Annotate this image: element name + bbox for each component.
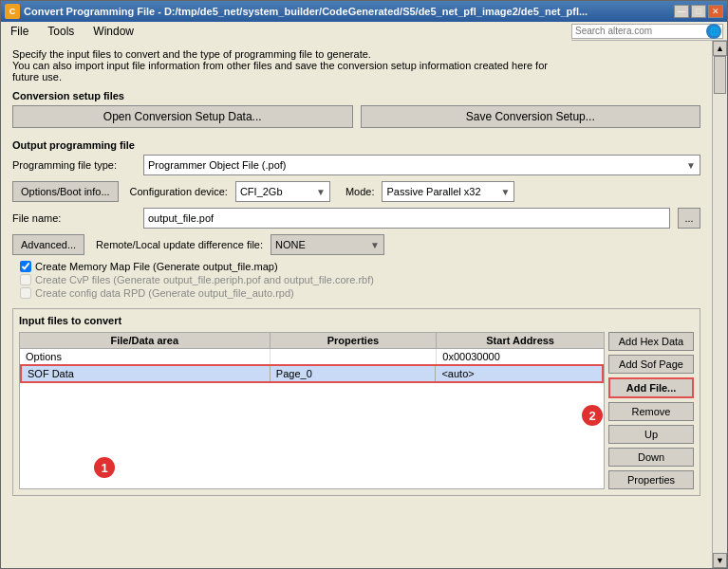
window-icon: C xyxy=(5,4,20,19)
conversion-setup-buttons: Open Conversion Setup Data... Save Conve… xyxy=(12,105,700,128)
checkbox-memory-map: Create Memory Map File (Generate output_… xyxy=(12,261,700,272)
badge-1: 1 xyxy=(94,457,115,478)
input-files-label: Input files to convert xyxy=(19,315,694,326)
cvp-label: Create CvP files (Generate output_file.p… xyxy=(35,274,374,285)
conversion-setup-label: Conversion setup files xyxy=(12,90,700,101)
config-data-checkbox[interactable] xyxy=(20,287,31,299)
badge-2: 2 xyxy=(582,405,603,426)
menu-file[interactable]: File xyxy=(5,23,34,40)
remote-update-dropdown[interactable]: NONE ▼ xyxy=(271,234,384,255)
config-device-label: Configuration device: xyxy=(130,186,228,197)
scroll-down-button[interactable]: ▼ xyxy=(713,553,727,568)
options-address-cell: 0x00030000 xyxy=(437,349,604,364)
col-file: File/Data area xyxy=(20,333,271,348)
memory-map-checkbox[interactable] xyxy=(20,261,31,272)
title-bar-left: C Convert Programming File - D:/tmp/de5_… xyxy=(5,4,588,19)
checkbox-cvp: Create CvP files (Generate output_file.p… xyxy=(12,274,700,285)
scroll-track xyxy=(713,56,727,553)
programming-type-row: Programming file type: Programmer Object… xyxy=(12,155,700,175)
options-properties-cell xyxy=(271,349,438,364)
output-section: Output programming file Programming file… xyxy=(12,139,700,301)
search-input[interactable] xyxy=(572,26,706,36)
advanced-row: Advanced... Remote/Local update differen… xyxy=(12,234,700,255)
minimize-button[interactable]: — xyxy=(674,5,689,18)
main-window: C Convert Programming File - D:/tmp/de5_… xyxy=(0,0,728,569)
input-files-section: Input files to convert File/Data area Pr… xyxy=(12,308,700,496)
window-title: Convert Programming File - D:/tmp/de5_ne… xyxy=(24,6,588,17)
remote-update-arrow: ▼ xyxy=(370,240,380,250)
programming-type-arrow: ▼ xyxy=(686,160,696,171)
options-boot-button[interactable]: Options/Boot info... xyxy=(12,181,119,202)
add-file-button[interactable]: Add File... xyxy=(608,377,694,398)
filename-row: File name: ... xyxy=(12,208,700,229)
filename-label: File name: xyxy=(12,212,136,224)
remove-button[interactable]: Remove xyxy=(608,402,694,421)
col-properties: Properties xyxy=(271,333,438,348)
maximize-button[interactable]: □ xyxy=(691,5,706,18)
filename-browse-button[interactable]: ... xyxy=(678,208,700,229)
config-device-value: CFI_2Gb xyxy=(240,186,283,197)
table-row-sof[interactable]: SOF Data Page_0 <auto> xyxy=(20,364,604,383)
mode-dropdown[interactable]: Passive Parallel x32 ▼ xyxy=(382,181,514,202)
config-device-arrow: ▼ xyxy=(316,187,326,197)
scroll-thumb[interactable] xyxy=(714,56,726,94)
mode-value: Passive Parallel x32 xyxy=(386,186,480,197)
menu-window[interactable]: Window xyxy=(87,23,140,40)
search-globe-icon: 🌐 xyxy=(706,24,721,39)
intro-text: Specify the input files to convert and t… xyxy=(12,48,700,83)
conversion-setup-section: Conversion setup files Open Conversion S… xyxy=(12,90,700,132)
sof-address-cell: <auto> xyxy=(436,366,602,381)
title-bar: C Convert Programming File - D:/tmp/de5_… xyxy=(1,1,727,22)
output-label: Output programming file xyxy=(12,139,700,151)
add-sof-page-button[interactable]: Add Sof Page xyxy=(608,355,694,374)
cvp-checkbox[interactable] xyxy=(20,274,31,285)
config-row: Options/Boot info... Configuration devic… xyxy=(12,181,700,202)
down-button[interactable]: Down xyxy=(608,448,694,467)
search-bar: 🌐 xyxy=(571,24,723,39)
mode-arrow: ▼ xyxy=(501,187,511,197)
programming-type-dropdown[interactable]: Programmer Object File (.pof) ▼ xyxy=(143,155,700,175)
open-conversion-setup-button[interactable]: Open Conversion Setup Data... xyxy=(12,105,353,128)
sof-properties-cell: Page_0 xyxy=(271,366,437,381)
remote-update-label: Remote/Local update difference file: xyxy=(96,239,263,250)
close-button[interactable]: ✕ xyxy=(708,5,723,18)
table-row-options[interactable]: Options 0x00030000 xyxy=(20,349,604,364)
title-bar-controls: — □ ✕ xyxy=(674,5,723,18)
memory-map-label: Create Memory Map File (Generate output_… xyxy=(35,261,278,272)
scroll-up-button[interactable]: ▲ xyxy=(713,41,727,56)
col-start-address: Start Address xyxy=(437,333,604,348)
config-data-label: Create config data RPD (Generate output_… xyxy=(35,287,294,299)
save-conversion-setup-button[interactable]: Save Conversion Setup... xyxy=(361,105,701,128)
table-header: File/Data area Properties Start Address xyxy=(20,333,604,349)
sof-file-cell: SOF Data xyxy=(22,366,271,381)
mode-label: Mode: xyxy=(345,186,375,197)
menu-bar: File Tools Window xyxy=(1,22,571,41)
filename-input[interactable] xyxy=(143,208,670,229)
up-button[interactable]: Up xyxy=(608,425,694,444)
remote-update-value: NONE xyxy=(275,239,306,250)
programming-type-label: Programming file type: xyxy=(12,159,136,171)
options-file-cell: Options xyxy=(20,349,271,364)
programming-type-value: Programmer Object File (.pof) xyxy=(148,159,286,171)
checkbox-config-data: Create config data RPD (Generate output_… xyxy=(12,287,700,299)
advanced-button[interactable]: Advanced... xyxy=(12,234,84,255)
scrollbar[interactable]: ▲ ▼ xyxy=(712,41,727,568)
config-device-dropdown[interactable]: CFI_2Gb ▼ xyxy=(235,181,330,202)
right-button-group: Add Hex Data Add Sof Page Add File... Re… xyxy=(608,332,694,489)
add-hex-data-button[interactable]: Add Hex Data xyxy=(608,332,694,351)
properties-button[interactable]: Properties xyxy=(608,470,694,489)
menu-tools[interactable]: Tools xyxy=(42,23,80,40)
